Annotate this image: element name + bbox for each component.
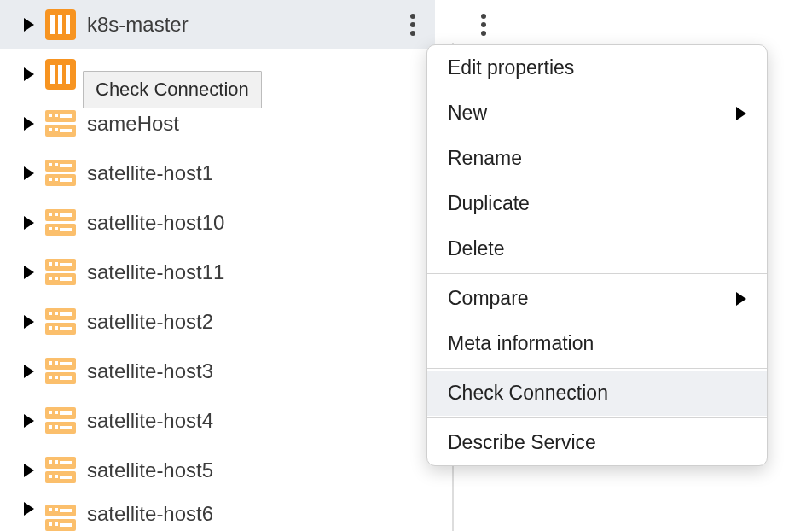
k8s-icon [45, 59, 76, 90]
tree-node-label: sameHost [87, 112, 179, 136]
tree-row-k8s-master[interactable]: k8s-master [0, 0, 435, 50]
menu-item-label: Check Connection [448, 382, 608, 405]
menu-separator [427, 368, 767, 369]
tree-node-label: satellite-host2 [87, 310, 213, 334]
expand-icon[interactable] [24, 166, 34, 180]
menu-item-check-connection[interactable]: Check Connection [427, 371, 767, 416]
tree-row-satellite-host3[interactable]: satellite-host3 [0, 347, 435, 396]
tree-row-satellite-host10[interactable]: satellite-host10 [0, 198, 435, 248]
menu-item-label: Delete [448, 237, 504, 260]
tooltip-text: Check Connection [96, 79, 249, 100]
tooltip: Check Connection [83, 71, 262, 108]
menu-item-label: Duplicate [448, 192, 530, 215]
k8s-icon [45, 9, 76, 40]
server-icon [45, 356, 76, 387]
menu-item-describe-service[interactable]: Describe Service [427, 420, 767, 465]
menu-item-label: Meta information [448, 332, 594, 355]
context-menu: Edit properties New Rename Duplicate Del… [426, 44, 768, 466]
submenu-arrow-icon [736, 292, 746, 306]
tree-node-label: satellite-host1 [87, 161, 213, 185]
menu-separator [427, 417, 767, 418]
menu-item-label: Edit properties [448, 56, 574, 79]
server-icon [45, 207, 76, 238]
server-icon [45, 257, 76, 288]
tree-row-satellite-host2[interactable]: satellite-host2 [0, 297, 435, 347]
tree-node-label: satellite-host3 [87, 359, 213, 383]
tree-node-label: satellite-host6 [87, 502, 213, 526]
server-icon [45, 306, 76, 337]
tree-node-label: satellite-host5 [87, 458, 213, 482]
more-options-button-adjacent[interactable] [472, 9, 496, 40]
more-options-button[interactable] [401, 9, 425, 40]
server-icon [45, 455, 76, 486]
menu-item-edit-properties[interactable]: Edit properties [427, 45, 767, 90]
tree-node-label: k8s-master [87, 13, 188, 37]
tree-node-label: satellite-host4 [87, 409, 213, 433]
menu-item-new[interactable]: New [427, 90, 767, 136]
expand-icon[interactable] [24, 502, 34, 516]
server-icon [45, 108, 76, 139]
server-icon [45, 502, 76, 531]
menu-separator [427, 273, 767, 274]
expand-icon[interactable] [24, 266, 34, 279]
menu-item-label: Describe Service [448, 431, 596, 454]
expand-icon[interactable] [24, 414, 34, 428]
menu-item-rename[interactable]: Rename [427, 136, 767, 181]
tree-node-label: satellite-host11 [87, 260, 224, 284]
expand-icon[interactable] [24, 315, 34, 329]
menu-item-delete[interactable]: Delete [427, 226, 767, 271]
menu-item-duplicate[interactable]: Duplicate [427, 181, 767, 226]
tree-row-satellite-host4[interactable]: satellite-host4 [0, 396, 435, 446]
expand-icon[interactable] [24, 464, 34, 477]
server-icon [45, 406, 76, 436]
expand-icon[interactable] [24, 365, 34, 378]
tree-node-label: satellite-host10 [87, 211, 224, 235]
expand-icon[interactable] [24, 117, 34, 131]
tree-row-satellite-host5[interactable]: satellite-host5 [0, 446, 435, 495]
tree-row-satellite-host1[interactable]: satellite-host1 [0, 149, 435, 198]
expand-icon[interactable] [24, 67, 34, 81]
server-icon [45, 158, 76, 189]
tree-row-satellite-host11[interactable]: satellite-host11 [0, 248, 435, 297]
submenu-arrow-icon [736, 107, 746, 120]
menu-item-label: New [448, 102, 487, 125]
expand-icon[interactable] [24, 216, 34, 230]
tree-row-satellite-host6[interactable]: satellite-host6 [0, 495, 435, 531]
menu-item-meta-information[interactable]: Meta information [427, 321, 767, 366]
menu-item-label: Rename [448, 147, 522, 170]
expand-icon[interactable] [24, 18, 34, 32]
menu-item-compare[interactable]: Compare [427, 276, 767, 321]
menu-item-label: Compare [448, 287, 529, 310]
